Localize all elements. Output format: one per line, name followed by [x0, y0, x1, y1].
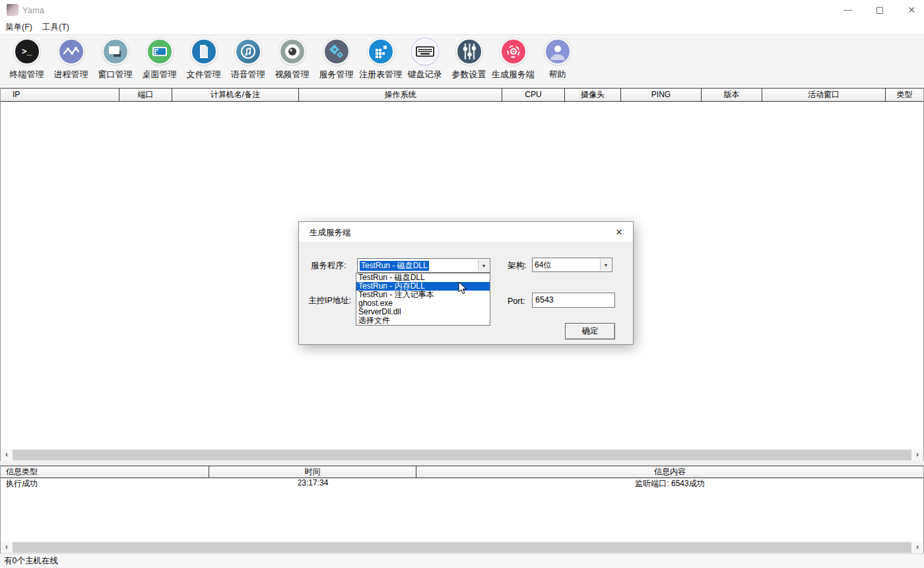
master-ip-label: 主控IP地址: [308, 295, 351, 306]
splitter [0, 461, 924, 466]
log-cell: 执行成功 [1, 478, 209, 489]
dropdown-item[interactable]: TestRun - 磁盘DLL [356, 273, 490, 282]
file-icon [191, 38, 217, 65]
scroll-left-arrow-icon[interactable]: ‹ [1, 449, 13, 461]
mouse-cursor [458, 281, 469, 296]
toolbar-item-keylog[interactable]: 键盘记录 [403, 35, 447, 85]
dropdown-item[interactable]: TestRun - 内存DLL [356, 282, 490, 291]
scroll-right-arrow-icon[interactable]: › [911, 449, 923, 461]
toolbar-item-window[interactable]: 窗口管理 [93, 35, 137, 85]
maximize-button[interactable] [865, 0, 895, 20]
window-title: Yama [22, 5, 44, 15]
toolbar-item-voice[interactable]: 语音管理 [226, 35, 270, 85]
toolbar-item-settings[interactable]: 参数设置 [447, 35, 491, 85]
port-input[interactable]: 6543 [532, 293, 615, 308]
chevron-down-icon[interactable]: ▼ [478, 260, 489, 271]
service-program-combobox[interactable]: TestRun - 磁盘DLL ▼ [357, 258, 490, 273]
toolbar-item-file[interactable]: 文件管理 [182, 35, 226, 85]
eye-icon [279, 38, 306, 65]
host-column-header[interactable]: 活动窗口 [762, 89, 886, 101]
host-column-header[interactable]: CPU [502, 89, 565, 101]
desktop-icon [147, 38, 173, 65]
service-program-dropdown: TestRun - 磁盘DLLTestRun - 内存DLLTestRun - … [356, 273, 490, 326]
host-table-header: IP端口计算机名/备注操作系统CPU摄像头PING版本活动窗口类型 [1, 88, 923, 102]
dialog-close-icon[interactable]: ✕ [613, 227, 625, 238]
menu-item-menu[interactable]: 菜单(F) [5, 22, 32, 33]
log-column-header[interactable]: 时间 [209, 466, 416, 478]
status-bar: 有0个主机在线 [0, 553, 924, 568]
host-horizontal-scrollbar[interactable]: ‹ › [0, 449, 924, 461]
app-icon [7, 4, 18, 16]
toolbar-item-video[interactable]: 视频管理 [270, 35, 314, 85]
log-horizontal-scrollbar[interactable]: ‹ › [0, 542, 924, 553]
dropdown-item[interactable]: ServerDll.dll [356, 308, 490, 316]
menu-item-tools[interactable]: 工具(T) [42, 22, 69, 33]
title-bar: Yama — ✕ [0, 0, 924, 20]
arch-label: 架构: [508, 260, 526, 271]
log-row[interactable]: 执行成功23:17:34监听端口: 6543成功 [1, 478, 923, 489]
toolbar-item-build-server[interactable]: 生成服务端 [491, 35, 535, 85]
host-column-header[interactable]: IP [1, 89, 119, 101]
close-button[interactable]: ✕ [896, 0, 924, 20]
activity-icon [58, 38, 84, 65]
window-icon [102, 38, 129, 65]
menu-bar: 菜单(F) 工具(T) [0, 20, 924, 34]
host-column-header[interactable]: 版本 [702, 89, 762, 101]
sliders-icon [456, 38, 482, 65]
toolbar-item-desktop[interactable]: 桌面管理 [137, 35, 182, 85]
arch-value: 64位 [535, 260, 551, 270]
dropdown-item[interactable]: TestRun - 注入记事本 [356, 291, 490, 299]
arch-combobox[interactable]: 64位 ▼ [532, 258, 612, 272]
music-icon [235, 38, 261, 65]
host-column-header[interactable]: 端口 [119, 89, 172, 101]
scrollbar-thumb[interactable] [13, 450, 911, 460]
log-cell: 监听端口: 6543成功 [416, 478, 923, 489]
log-column-header[interactable]: 信息内容 [416, 466, 923, 478]
host-column-header[interactable]: 操作系统 [299, 89, 502, 101]
toolbar-item-terminal[interactable]: >_ 终端管理 [5, 35, 49, 85]
host-column-header[interactable]: PING [621, 89, 702, 101]
scroll-left-arrow-icon[interactable]: ‹ [1, 542, 13, 553]
dialog-title: 生成服务端 [310, 227, 351, 238]
service-program-label: 服务程序: [311, 260, 346, 271]
terminal-icon: >_ [14, 38, 40, 65]
minimize-button[interactable]: — [833, 0, 863, 20]
registry-icon [368, 38, 394, 65]
user-icon [544, 38, 571, 65]
service-program-value: TestRun - 磁盘DLL [360, 261, 429, 271]
toolbar-item-help[interactable]: 帮助 [535, 35, 579, 85]
log-cell: 23:17:34 [209, 478, 416, 489]
gears-icon [323, 38, 350, 65]
toolbar-item-registry[interactable]: 注册表管理 [358, 35, 403, 85]
dropdown-item[interactable]: ghost.exe [356, 299, 490, 308]
host-column-header[interactable]: 计算机名/备注 [172, 89, 299, 101]
toolbar-item-process[interactable]: 进程管理 [49, 35, 93, 85]
log-table-body: 执行成功23:17:34监听端口: 6543成功 [1, 478, 923, 489]
dialog-title-bar: 生成服务端 ✕ [299, 222, 633, 242]
log-table-header: 信息类型时间信息内容 [1, 466, 923, 478]
chevron-down-icon[interactable]: ▼ [600, 259, 611, 271]
port-label: Port: [508, 297, 525, 306]
keyboard-icon [412, 38, 438, 65]
ok-button[interactable]: 确定 [565, 323, 615, 339]
toolbar-item-service[interactable]: 服务管理 [314, 35, 358, 85]
log-list: 信息类型时间信息内容 执行成功23:17:34监听端口: 6543成功 [0, 466, 924, 542]
log-column-header[interactable]: 信息类型 [1, 466, 209, 478]
maximize-icon [876, 7, 883, 14]
target-icon [500, 38, 527, 65]
toolbar: >_ 终端管理 进程管理 窗口管理 桌面管理 文件管理 语音管理 [0, 34, 924, 85]
dropdown-item[interactable]: 选择文件 [356, 316, 490, 325]
host-column-header[interactable]: 类型 [886, 89, 923, 101]
scroll-right-arrow-icon[interactable]: › [911, 542, 923, 553]
scrollbar-thumb[interactable] [13, 542, 911, 553]
host-column-header[interactable]: 摄像头 [565, 89, 621, 101]
